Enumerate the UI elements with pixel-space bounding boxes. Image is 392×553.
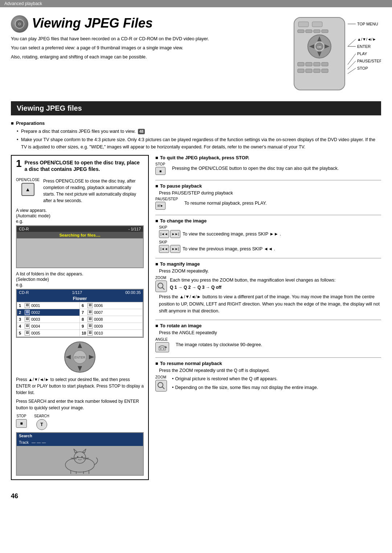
change-image-body: SKIP |◄◄ ►►| To view the succeeding imag… [155, 225, 381, 253]
svg-point-49 [77, 456, 78, 458]
open-close-button-area: OPEN/CLOSE ▲ [16, 178, 40, 196]
step-number: 1 [16, 159, 22, 169]
pause-desc1: Press PAUSE/STEP during playback [155, 191, 381, 196]
magnify-desc3: Press the ▲/▼/◄/► buttons to view a diff… [155, 294, 381, 315]
open-close-label: OPEN/CLOSE [16, 178, 40, 182]
quit-stop-label: STOP [155, 162, 166, 166]
preparations-block: Preparations Prepare a disc that contain… [11, 120, 381, 151]
zoom-label-top: ZOOM [155, 276, 167, 280]
search-screen-header: Search [17, 433, 143, 439]
right-col: To quit the JPEG playback, press STOP. S… [155, 155, 381, 397]
stop-label: STOP [16, 414, 26, 418]
rotate-title: To rotate an image [155, 323, 381, 328]
prep-item-2: Make your TV shape conform to the 4:3 pi… [17, 136, 381, 151]
svg-rect-23 [306, 69, 312, 73]
skip-label-2: SKIP [159, 240, 381, 244]
view-appears-label: A view appears. (Automatic mode) e.g. [16, 208, 50, 224]
svg-rect-6 [298, 30, 304, 33]
remote-diagram: OK TOP MENU ▲/▼/◄/► [283, 14, 381, 95]
title-desc2: You can select a preferred view: a page … [11, 45, 272, 52]
title-icon [11, 15, 28, 33]
file-grid: 1 🖼 0001 6 🖼 0006 2 🖼 0002 [17, 302, 143, 337]
svg-point-64 [163, 348, 164, 349]
svg-point-59 [158, 283, 163, 288]
quit-section: To quit the JPEG playback, press STOP. S… [155, 155, 381, 175]
skip-label-top: SKIP [159, 225, 381, 229]
screen2: CD-R 1/117 00:00:35 Flower 1 🖼 0001 6 [16, 289, 144, 338]
skip-btn-pair-bwd: |◄◄ ►►| [159, 245, 180, 253]
section-header: Viewing JPEG files [11, 101, 381, 115]
svg-text:OK: OK [317, 45, 322, 49]
file-cell: 10 🖼 0010 [80, 330, 143, 337]
screen1: CD-R - 1/117 Searching for files.... [16, 225, 144, 268]
title-section: Viewing JPEG Files You can play JPEG fil… [11, 14, 381, 95]
svg-line-66 [162, 387, 164, 389]
pause-section: To pause playback Press PAUSE/STEP durin… [155, 183, 381, 210]
svg-point-50 [81, 456, 83, 458]
change-image-section: To change the image SKIP |◄◄ ►►| To view… [155, 218, 381, 253]
file-cell-selected: 2 🖼 0002 [17, 309, 80, 316]
zoom-button [155, 280, 167, 292]
svg-text:PLAY: PLAY [357, 52, 367, 56]
skip-row-1: |◄◄ ►►| To view the succeeding image, pr… [159, 230, 381, 238]
title-desc1: You can play JPEG files that have been r… [11, 36, 272, 42]
resume-desc1: Press the ZOOM repeatedly until the Q of… [155, 368, 381, 373]
angle-button [155, 342, 169, 352]
svg-rect-22 [298, 69, 304, 73]
top-bar-label: Advanced playback [4, 1, 42, 6]
stop-btn-group: STOP ■ [16, 414, 27, 428]
svg-line-31 [348, 68, 356, 74]
resume-btn-row: ZOOM •Original picture is restored when … [155, 375, 381, 392]
svg-rect-18 [298, 62, 304, 66]
nav-desc: Press ▲/▼/◄/► to select your desired fil… [16, 376, 144, 396]
magnify-btn-row: ZOOM Each time you press the ZOOM button… [155, 276, 381, 292]
left-col: 1 Press OPEN/CLOSE to open the disc tray… [11, 155, 149, 483]
skip-fwd-btn: ►►| [170, 245, 180, 253]
svg-rect-20 [314, 62, 320, 66]
resume-section: To resume normal playback Press the ZOOM… [155, 361, 381, 392]
search-label: SEARCH [34, 414, 49, 418]
svg-line-60 [162, 287, 164, 290]
resume-title: To resume normal playback [155, 361, 381, 366]
change-desc1: To view the succeeding image, press SKIP… [183, 232, 281, 237]
screen1-header: CD-R - 1/117 [17, 226, 143, 232]
svg-text:▲/▼/◄/►: ▲/▼/◄/► [357, 37, 376, 41]
svg-point-2 [19, 24, 20, 25]
svg-rect-25 [322, 69, 328, 73]
pause-desc2: To resume normal playback, press PLAY. [181, 200, 267, 207]
search-desc: Press SEARCH and enter the track number … [16, 398, 144, 411]
skip-row-2: |◄◄ ►►| To view the previous image, pres… [159, 245, 381, 253]
magnify-title: To magnify image [155, 261, 381, 267]
badge-48: 48 [138, 129, 145, 135]
svg-marker-48 [82, 449, 86, 453]
prep-list: Prepare a disc that contains JPEG files … [11, 128, 381, 151]
svg-rect-4 [298, 22, 309, 27]
magnify-desc2: Each time you press the ZOOM button, the… [170, 277, 335, 291]
step-description: Press OPEN/CLOSE to close the disc tray,… [43, 178, 144, 204]
file-cell: 6 🖼 0006 [80, 302, 143, 309]
search-screen: Search Track — — — [16, 432, 144, 476]
resume-zoom-label: ZOOM [155, 375, 167, 379]
svg-point-65 [158, 382, 163, 388]
page-number-bar: 46 [0, 490, 392, 502]
search-button: T [36, 419, 47, 430]
prep-item-1: Prepare a disc that contains JPEG files … [17, 128, 381, 135]
file-cell: 3 🖼 0003 [17, 316, 80, 323]
magnify-desc1: Press ZOOM repeatedly. [155, 269, 381, 274]
svg-rect-19 [306, 62, 312, 66]
searching-bar: Searching for files.... [17, 232, 143, 238]
step-title: Press OPEN/CLOSE to open the disc tray, … [25, 159, 144, 172]
disc-icon [15, 19, 24, 29]
top-bar: Advanced playback [0, 0, 392, 7]
file-cell: 4 🖼 0004 [17, 323, 80, 330]
pause-button: II/► [155, 202, 166, 210]
remote-svg: OK TOP MENU ▲/▼/◄/► [283, 14, 381, 94]
rotate-desc1: Press the ANGLE repeatedly [155, 330, 381, 335]
file-cell: 5 🖼 0005 [17, 330, 80, 337]
svg-line-29 [348, 54, 356, 65]
search-btn-group: SEARCH T [34, 414, 49, 430]
resume-bullets: •Original picture is restored when the Q… [170, 376, 318, 391]
quit-title: To quit the JPEG playback, press STOP. [155, 155, 381, 160]
svg-text:ENTER: ENTER [74, 356, 86, 359]
svg-rect-5 [312, 22, 322, 27]
